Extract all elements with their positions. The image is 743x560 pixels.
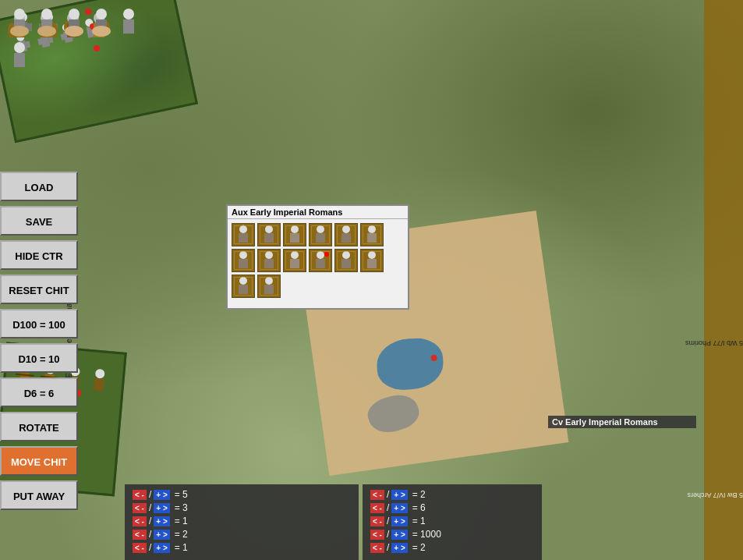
aux-dialog: Aux Early Imperial Romans bbox=[226, 204, 409, 310]
svg-point-117 bbox=[265, 277, 273, 285]
svg-rect-106 bbox=[264, 259, 274, 268]
d100-button[interactable]: D100 = 100 bbox=[0, 309, 78, 338]
aux-token-12[interactable] bbox=[360, 249, 384, 272]
svg-point-59 bbox=[96, 9, 107, 19]
rotate-button[interactable]: ROTATE bbox=[0, 412, 78, 441]
move-chit-button[interactable]: MOVE CHIT bbox=[0, 446, 78, 476]
svg-rect-96 bbox=[290, 233, 299, 243]
aux-token-1[interactable] bbox=[232, 223, 255, 246]
svg-point-90 bbox=[239, 225, 247, 233]
stats-panel-left: < - / + > = 5 < - / + > = 3 < - / + > = … bbox=[125, 484, 359, 560]
aux-token-4[interactable] bbox=[309, 223, 332, 246]
stat-2-val: = 3 bbox=[175, 502, 188, 513]
stat-5-minus[interactable]: < - bbox=[133, 543, 147, 553]
svg-point-58 bbox=[65, 26, 83, 37]
aux-token-3[interactable] bbox=[283, 223, 306, 246]
stat-4-val: = 2 bbox=[175, 529, 188, 540]
svg-point-55 bbox=[37, 26, 56, 37]
stat-r-4-val: = 1000 bbox=[412, 529, 441, 540]
cv-label-panel: Cv Early Imperial Romans bbox=[548, 416, 696, 428]
side-label-top-right: 5 Wb I/77 Phorims bbox=[0, 339, 743, 347]
control-panel: LOAD SAVE HIDE CTR RESET CHIT D100 = 100… bbox=[0, 172, 86, 510]
aux-token-7[interactable] bbox=[232, 249, 255, 272]
svg-rect-102 bbox=[367, 233, 377, 243]
stat-4-minus[interactable]: < - bbox=[133, 530, 147, 540]
svg-rect-110 bbox=[316, 259, 325, 268]
svg-point-52 bbox=[10, 26, 29, 37]
aux-token-8[interactable] bbox=[257, 249, 281, 272]
stat-row-4: < - / + > = 2 bbox=[133, 529, 351, 540]
svg-point-113 bbox=[368, 251, 376, 259]
stat-r-4-plus[interactable]: + > bbox=[391, 530, 407, 540]
svg-point-115 bbox=[239, 277, 247, 285]
svg-rect-112 bbox=[341, 259, 351, 268]
aux-token-6[interactable] bbox=[360, 223, 384, 246]
stat-row-3: < - / + > = 1 bbox=[133, 516, 351, 526]
aux-token-11[interactable] bbox=[334, 249, 358, 272]
svg-point-48 bbox=[95, 369, 105, 379]
svg-rect-108 bbox=[290, 259, 299, 268]
stat-r-5-val: = 2 bbox=[412, 542, 426, 553]
svg-point-62 bbox=[123, 9, 134, 19]
reset-chit-button[interactable]: RESET CHIT bbox=[0, 275, 78, 304]
stat-r-3-val: = 1 bbox=[412, 516, 426, 526]
stat-row-1: < - / + > = 5 bbox=[133, 489, 351, 500]
stat-r-row-1: < - / + > = 2 bbox=[370, 489, 534, 500]
svg-rect-94 bbox=[264, 233, 274, 243]
aux-token-10[interactable] bbox=[309, 249, 332, 272]
load-button[interactable]: LOAD bbox=[0, 172, 78, 201]
svg-point-61 bbox=[92, 26, 111, 37]
svg-rect-91 bbox=[239, 233, 248, 243]
stat-2-plus[interactable]: + > bbox=[154, 503, 169, 513]
aux-dialog-tokens bbox=[228, 219, 408, 302]
svg-point-103 bbox=[239, 251, 247, 259]
put-away-button[interactable]: PUT AWAY bbox=[0, 480, 78, 510]
stat-r-row-3: < - / + > = 1 bbox=[370, 516, 534, 526]
stat-r-2-minus[interactable]: < - bbox=[370, 503, 384, 513]
road bbox=[704, 0, 743, 560]
stat-r-4-minus[interactable]: < - bbox=[370, 530, 384, 540]
svg-rect-114 bbox=[367, 259, 377, 268]
svg-point-53 bbox=[41, 9, 52, 19]
aux-token-2[interactable] bbox=[257, 223, 281, 246]
stat-r-5-minus[interactable]: < - bbox=[370, 543, 384, 553]
stat-1-val: = 5 bbox=[175, 489, 188, 500]
svg-point-111 bbox=[342, 251, 350, 259]
aux-token-5[interactable] bbox=[334, 223, 358, 246]
stat-r-5-plus[interactable]: + > bbox=[391, 543, 407, 553]
stat-r-1-minus[interactable]: < - bbox=[370, 490, 384, 500]
d6-button[interactable]: D6 = 6 bbox=[0, 377, 78, 407]
stat-3-minus[interactable]: < - bbox=[133, 516, 147, 526]
d10-button[interactable]: D10 = 10 bbox=[0, 343, 78, 373]
hide-ctr-button[interactable]: HIDE CTR bbox=[0, 240, 78, 270]
stat-1-plus[interactable]: + > bbox=[154, 490, 169, 500]
svg-rect-118 bbox=[264, 285, 274, 294]
stat-2-minus[interactable]: < - bbox=[133, 503, 147, 513]
stat-1-minus[interactable]: < - bbox=[133, 490, 147, 500]
stat-r-3-plus[interactable]: + > bbox=[391, 516, 407, 526]
stat-4-plus[interactable]: + > bbox=[154, 530, 169, 540]
stat-r-3-minus[interactable]: < - bbox=[370, 516, 384, 526]
svg-point-50 bbox=[14, 9, 25, 19]
svg-rect-98 bbox=[316, 233, 325, 243]
stat-r-1-plus[interactable]: + > bbox=[391, 490, 407, 500]
stat-r-2-val: = 6 bbox=[412, 502, 426, 513]
svg-rect-100 bbox=[341, 233, 351, 243]
stat-5-plus[interactable]: + > bbox=[154, 543, 169, 553]
aux-token-14[interactable] bbox=[257, 275, 281, 298]
aux-token-13[interactable] bbox=[232, 275, 255, 298]
stat-r-2-plus[interactable]: + > bbox=[391, 503, 407, 513]
stat-3-val: = 1 bbox=[175, 516, 188, 526]
stat-3-plus[interactable]: + > bbox=[154, 516, 169, 526]
aux-token-9[interactable] bbox=[283, 249, 306, 272]
stat-r-row-4: < - / + > = 1000 bbox=[370, 529, 534, 540]
svg-point-64 bbox=[14, 42, 25, 53]
svg-rect-49 bbox=[94, 378, 104, 392]
stats-panel-right: < - / + > = 2 < - / + > = 6 < - / + > = … bbox=[363, 484, 542, 560]
save-button[interactable]: SAVE bbox=[0, 206, 78, 236]
svg-point-99 bbox=[342, 225, 350, 233]
stat-5-val: = 1 bbox=[175, 542, 188, 553]
stat-row-2: < - / + > = 3 bbox=[133, 502, 351, 513]
svg-rect-116 bbox=[239, 285, 248, 294]
aux-dialog-title: Aux Early Imperial Romans bbox=[228, 206, 408, 219]
